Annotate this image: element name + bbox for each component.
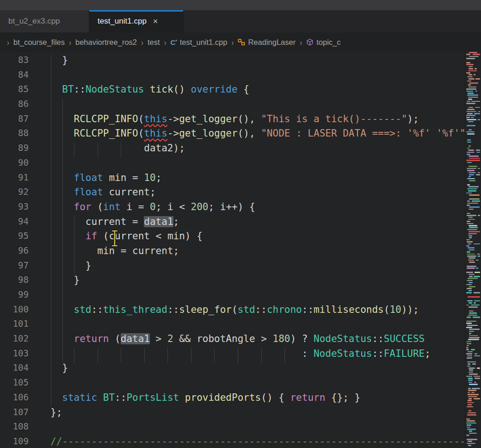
code-line-98[interactable]: 98 } bbox=[0, 274, 465, 289]
code-line-108[interactable]: 108 bbox=[0, 421, 465, 436]
code-line-92[interactable]: 92 float current; bbox=[0, 187, 465, 201]
minimap-row bbox=[467, 184, 470, 186]
minimap-row bbox=[468, 412, 476, 414]
chevron-right-icon: › bbox=[65, 37, 75, 47]
minimap-row bbox=[468, 394, 479, 395]
code-line-87[interactable]: 87 RCLCPP_INFO(this->get_logger(), "This… bbox=[0, 113, 465, 128]
code-line-89[interactable]: 89 data2); bbox=[0, 143, 465, 157]
code-line-99[interactable]: 99 bbox=[0, 289, 465, 304]
breadcrumb-label: bt_course_files bbox=[13, 38, 65, 47]
minimap-row bbox=[468, 392, 470, 393]
code-line-103[interactable]: 103 : NodeStatus::FAILURE; bbox=[0, 348, 465, 363]
line-number[interactable]: 109 bbox=[0, 436, 29, 448]
editor-tab-bar: bt_u2_ex3.cpptest_unit1.cpp× bbox=[0, 10, 481, 32]
line-number[interactable]: 103 bbox=[0, 348, 29, 363]
line-number[interactable]: 94 bbox=[0, 216, 29, 231]
line-number[interactable]: 102 bbox=[0, 333, 29, 348]
line-number[interactable]: 91 bbox=[0, 172, 29, 187]
code-line-85[interactable]: 85 BT::NodeStatus tick() override { bbox=[0, 84, 465, 99]
tab-close-icon[interactable]: × bbox=[153, 17, 158, 25]
minimap-row bbox=[466, 292, 472, 293]
code-line-96[interactable]: 96 min = current; bbox=[0, 245, 465, 260]
code-line-83[interactable]: 83 } bbox=[0, 55, 465, 69]
line-number[interactable]: 86 bbox=[0, 99, 29, 113]
line-number[interactable]: 89 bbox=[0, 143, 29, 157]
line-number[interactable]: 92 bbox=[0, 187, 29, 201]
code-line-93[interactable]: 93 for (int i = 0; i < 200; i++) { bbox=[0, 201, 465, 216]
breadcrumb-item-ReadingLaser[interactable]: ›ReadingLaser bbox=[227, 38, 296, 47]
line-number[interactable]: 97 bbox=[0, 260, 29, 275]
code-line-107[interactable]: 107}; bbox=[0, 407, 465, 422]
code-line-100[interactable]: 100 std::this_thread::sleep_for(std::chr… bbox=[0, 304, 465, 319]
minimap-row bbox=[468, 247, 475, 249]
line-number[interactable]: 104 bbox=[0, 362, 29, 377]
minimap-row bbox=[467, 266, 476, 267]
code-editor[interactable]: 83 }8485 BT::NodeStatus tick() override … bbox=[0, 52, 481, 448]
line-number[interactable]: 106 bbox=[0, 392, 29, 407]
minimap-row bbox=[466, 327, 472, 328]
minimap-row bbox=[469, 433, 477, 434]
tab-test_unit1_cpp[interactable]: test_unit1.cpp× bbox=[89, 10, 184, 32]
code-line-90[interactable]: 90 bbox=[0, 157, 465, 172]
minimap-row bbox=[468, 404, 472, 405]
line-number[interactable]: 93 bbox=[0, 201, 29, 216]
line-number[interactable]: 100 bbox=[0, 304, 29, 319]
code-text: } bbox=[50, 274, 80, 289]
minimap-row bbox=[469, 225, 477, 226]
minimap-row bbox=[467, 300, 473, 302]
code-line-101[interactable]: 101 bbox=[0, 318, 465, 333]
code-line-106[interactable]: 106 static BT::PortsList providedPorts()… bbox=[0, 392, 465, 407]
code-text: float current; bbox=[50, 187, 156, 201]
breadcrumb-item-test[interactable]: ›test bbox=[137, 38, 160, 47]
minimap-row bbox=[466, 284, 472, 286]
line-number[interactable]: 84 bbox=[0, 69, 29, 84]
breadcrumb-item-bt_course_files[interactable]: ›bt_course_files bbox=[3, 38, 65, 47]
code-line-104[interactable]: 104 } bbox=[0, 362, 465, 377]
code-line-94[interactable]: 94 current = data1; bbox=[0, 216, 465, 231]
minimap-row bbox=[472, 363, 476, 365]
line-number[interactable]: 107 bbox=[0, 407, 29, 422]
line-number[interactable]: 108 bbox=[0, 421, 29, 436]
line-number[interactable]: 96 bbox=[0, 245, 29, 260]
breadcrumb-item-behaviortree_ros2[interactable]: ›behaviortree_ros2 bbox=[65, 38, 137, 47]
minimap-row bbox=[469, 335, 478, 336]
code-line-109[interactable]: 109//-----------------------------------… bbox=[0, 436, 465, 448]
minimap-row bbox=[467, 424, 471, 426]
line-number[interactable]: 83 bbox=[0, 55, 29, 69]
code-line-91[interactable]: 91 float min = 10; bbox=[0, 172, 465, 187]
line-number[interactable]: 88 bbox=[0, 128, 29, 143]
line-number[interactable]: 90 bbox=[0, 157, 29, 172]
code-line-102[interactable]: 102 return (data1 > 2 && robotAngle > 18… bbox=[0, 333, 465, 348]
code-line-97[interactable]: 97 } bbox=[0, 260, 465, 275]
minimap-row bbox=[469, 206, 480, 208]
breadcrumb-item-topic_c[interactable]: ›topic_c bbox=[296, 38, 340, 47]
minimap-row bbox=[467, 288, 472, 289]
line-number[interactable]: 87 bbox=[0, 113, 29, 128]
code-line-86[interactable]: 86 bbox=[0, 99, 465, 113]
minimap-row bbox=[474, 382, 476, 383]
line-number[interactable]: 101 bbox=[0, 318, 29, 333]
code-line-84[interactable]: 84 bbox=[0, 69, 465, 84]
line-number[interactable]: 95 bbox=[0, 230, 29, 245]
code-lines[interactable]: 83 }8485 BT::NodeStatus tick() override … bbox=[0, 55, 465, 448]
code-line-88[interactable]: 88 RCLCPP_INFO(this->get_logger(), "NODE… bbox=[0, 128, 465, 143]
minimap-row bbox=[475, 78, 480, 80]
minimap-row bbox=[466, 353, 472, 355]
code-line-95[interactable]: 95 if (current < min) { bbox=[0, 230, 465, 245]
code-line-105[interactable]: 105 bbox=[0, 377, 465, 392]
line-number[interactable]: 85 bbox=[0, 84, 29, 99]
code-text: } bbox=[50, 362, 68, 377]
minimap-row bbox=[478, 111, 480, 112]
code-text: BT::NodeStatus tick() override { bbox=[50, 84, 249, 99]
breadcrumb-item-test_unit1_cpp[interactable]: ›C+test_unit1.cpp bbox=[160, 38, 228, 47]
line-number[interactable]: 105 bbox=[0, 377, 29, 392]
minimap-row bbox=[466, 193, 472, 194]
line-number[interactable]: 99 bbox=[0, 289, 29, 304]
tab-label: bt_u2_ex3.cpp bbox=[8, 17, 60, 26]
minimap[interactable] bbox=[465, 52, 481, 448]
tab-bt_u2_ex3_cpp[interactable]: bt_u2_ex3.cpp bbox=[0, 10, 89, 32]
minimap-row bbox=[474, 276, 480, 277]
code-text: for (int i = 0; i < 200; i++) { bbox=[50, 201, 255, 216]
minimap-row bbox=[478, 172, 480, 174]
line-number[interactable]: 98 bbox=[0, 274, 29, 289]
